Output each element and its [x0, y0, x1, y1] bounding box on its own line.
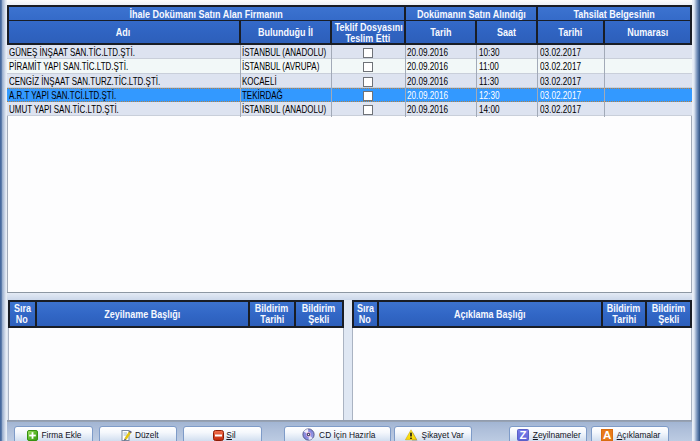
svg-text:A: A: [603, 429, 611, 441]
svg-text:Z: Z: [520, 429, 527, 441]
